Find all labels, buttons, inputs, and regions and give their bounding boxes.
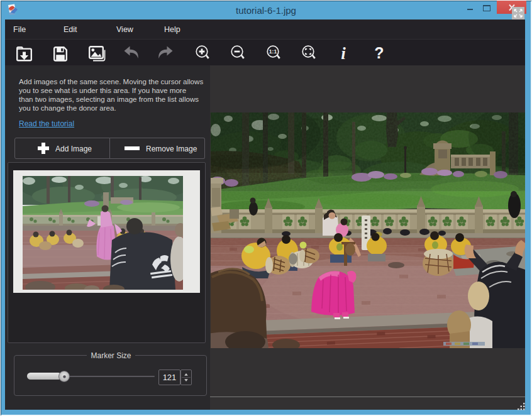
svg-text:?: ?: [374, 44, 384, 62]
svg-text:i: i: [341, 44, 346, 63]
svg-text:1:1: 1:1: [269, 48, 277, 55]
svg-text:Add Image: Add Image: [55, 145, 92, 153]
svg-text:Remove Image: Remove Image: [146, 145, 197, 153]
